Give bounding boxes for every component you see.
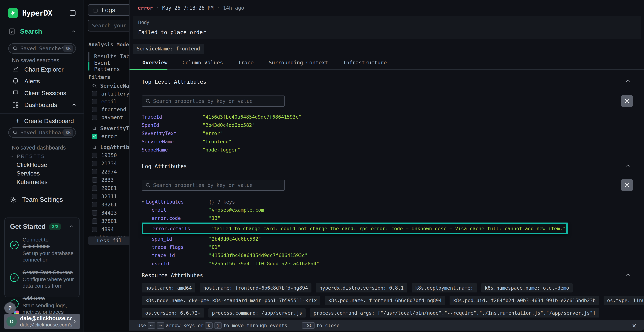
filter-option-checked[interactable]: error	[92, 132, 129, 140]
log-attributes-search-input[interactable]	[153, 182, 281, 188]
attribute-key[interactable]: email	[142, 207, 209, 213]
sidebar-item-team-settings[interactable]: Team Settings	[0, 195, 84, 204]
get-started-item[interactable]: Create Data Sources Configure where your…	[10, 269, 74, 289]
checkbox[interactable]	[92, 218, 97, 224]
filter-option[interactable]: payment	[92, 114, 129, 121]
attribute-key[interactable]: SeverityText	[142, 130, 202, 136]
filter-option[interactable]: artillery-loa	[92, 90, 129, 98]
resource-chip[interactable]: os.type: linux	[604, 296, 644, 305]
tab-column-values[interactable]: Column Values	[175, 60, 230, 66]
get-started-item[interactable]: Connect to ClickHouse Set up your databa…	[10, 236, 74, 263]
resource-chip[interactable]: host.arch: amd64	[142, 283, 195, 292]
filter-option[interactable]: 22974	[92, 168, 129, 176]
filter-option[interactable]: 21734	[92, 160, 129, 168]
resource-chip[interactable]: os.version: 6.6.72+	[142, 308, 204, 318]
filter-option[interactable]: 29081	[92, 184, 129, 192]
attribute-value[interactable]: "4156d3fbc40a64854d9dc7f68641593c"	[209, 252, 308, 258]
tree-collapse-icon[interactable]: ▾	[142, 200, 146, 204]
help-button[interactable]: ?	[4, 302, 16, 314]
attribute-value[interactable]: "13"	[209, 215, 220, 221]
log-attributes-search-box[interactable]	[142, 180, 285, 191]
checkbox[interactable]	[92, 169, 97, 174]
sidebar-item-client-sessions[interactable]: Client Sessions	[0, 88, 84, 98]
attribute-key[interactable]: TraceId	[142, 114, 202, 120]
attribute-key[interactable]: SpanId	[142, 122, 202, 128]
checkbox[interactable]	[92, 186, 97, 191]
checkbox-checked[interactable]	[92, 134, 97, 139]
filter-option[interactable]: 33261	[92, 201, 129, 208]
checkbox[interactable]	[92, 107, 97, 112]
saved-dashboards-input[interactable]: ⌘K	[8, 127, 76, 138]
analysis-option-results-table[interactable]: Results Table	[88, 52, 129, 61]
attribute-value[interactable]: "vmoses@example.com"	[209, 207, 267, 213]
checkbox[interactable]	[92, 161, 97, 166]
tab-trace[interactable]: Trace	[230, 60, 261, 66]
create-dashboard-button[interactable]: + Create Dashboard	[0, 116, 84, 126]
filter-option[interactable]: 37801	[92, 217, 129, 225]
preset-kubernetes[interactable]: Kubernetes	[16, 178, 48, 186]
attribute-key[interactable]: LogAttributes	[146, 199, 209, 205]
resource-chip[interactable]: k8s.node.name: gke-pme-k8s-standard-main…	[142, 296, 320, 305]
filter-option[interactable]: frontend	[92, 106, 129, 114]
chevron-up-icon[interactable]	[625, 78, 631, 84]
checkbox[interactable]	[92, 210, 97, 216]
checkbox[interactable]	[92, 115, 97, 120]
gear-icon[interactable]	[621, 95, 633, 107]
resource-chip[interactable]: host.name: frontend-6b6c8d7bfd-ng894	[200, 283, 312, 292]
filter-option[interactable]: 19350	[92, 151, 129, 159]
checkbox[interactable]	[92, 194, 97, 199]
checkbox[interactable]	[92, 91, 97, 96]
checkbox[interactable]	[92, 177, 97, 183]
gear-icon[interactable]	[621, 179, 633, 191]
tab-overview[interactable]: Overview	[135, 60, 175, 66]
get-started-item[interactable]: Add Data Start sending logs, metrics, or…	[10, 295, 74, 315]
attribute-value[interactable]: "01"	[209, 244, 220, 250]
filter-option[interactable]: 4894	[92, 226, 129, 233]
sidebar-item-search[interactable]: Search	[0, 26, 84, 36]
saved-searches-input[interactable]: ⌘K	[8, 43, 76, 54]
saved-dashboards-field[interactable]	[20, 130, 63, 136]
chevron-up-icon[interactable]	[625, 272, 631, 278]
less-filters-button[interactable]: Less fil	[88, 236, 129, 245]
filter-option[interactable]: email	[92, 98, 129, 106]
analysis-option-event-patterns[interactable]: Event Patterns	[88, 62, 129, 70]
top-level-search-input[interactable]	[153, 98, 281, 104]
source-select[interactable]: Logs	[88, 4, 129, 16]
service-name-tag[interactable]: ServiceName: frontend	[133, 44, 204, 54]
preset-clickhouse[interactable]: ClickHouse	[16, 161, 47, 168]
attribute-key[interactable]: userId	[142, 261, 209, 266]
resource-chip[interactable]: process.command args: ["/usr/local/bin/n…	[310, 308, 599, 318]
search-icon[interactable]	[92, 145, 97, 150]
tab-surrounding-context[interactable]: Surrounding Context	[261, 60, 336, 66]
sidebar-collapse-icon[interactable]	[68, 8, 77, 18]
attribute-value[interactable]: "92a55156-39a4-11f0-8ddd-a2eca416a8a4"	[209, 261, 319, 266]
resource-chip[interactable]: hyperdx.distro.version: 0.8.1	[316, 283, 407, 292]
attribute-key[interactable]: ServiceName	[142, 139, 202, 144]
attribute-key[interactable]: trace_id	[142, 252, 209, 258]
checkbox[interactable]	[92, 202, 97, 207]
attribute-value[interactable]: "4156d3fbc40a64854d9dc7f68641593c"	[202, 114, 302, 120]
attribute-key[interactable]: error.code	[142, 215, 209, 221]
search-icon[interactable]	[92, 83, 97, 88]
attribute-value[interactable]: "frontend"	[202, 139, 232, 144]
sidebar-item-chart-explorer[interactable]: Chart Explorer	[0, 65, 84, 74]
attribute-value[interactable]: "failed to charge card: could not charge…	[211, 226, 566, 231]
attribute-value[interactable]: "node-logger"	[202, 147, 240, 152]
checkbox[interactable]	[92, 152, 97, 158]
filter-option[interactable]: 34423	[92, 209, 129, 217]
chevron-up-icon[interactable]	[625, 163, 631, 168]
saved-searches-field[interactable]	[20, 46, 63, 52]
resource-chip[interactable]: k8s.deployment.name:	[412, 283, 477, 292]
event-search-box[interactable]	[88, 20, 129, 32]
attribute-key[interactable]: span_id	[142, 236, 209, 242]
user-menu[interactable]: D dale@clickhouse.com dale@clickhouse.co…	[4, 314, 80, 329]
preset-services[interactable]: Services	[16, 170, 40, 177]
checkbox[interactable]	[92, 99, 97, 104]
attribute-value[interactable]: "error"	[202, 130, 223, 136]
sidebar-item-alerts[interactable]: Alerts	[0, 76, 84, 86]
event-search-input[interactable]	[92, 22, 129, 28]
resource-chip[interactable]: k8s.namespace.name: otel-demo	[481, 283, 572, 292]
filter-option[interactable]: 2333	[92, 176, 129, 184]
top-level-search-box[interactable]	[142, 96, 285, 106]
attribute-value[interactable]: "2b43d0c4dd6bc582"	[202, 122, 255, 128]
